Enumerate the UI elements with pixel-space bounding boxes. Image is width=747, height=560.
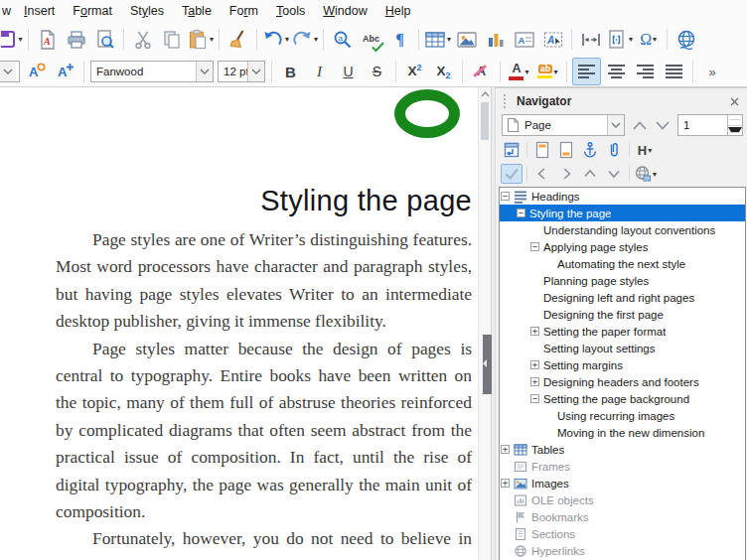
previous-page-button[interactable] <box>629 115 650 136</box>
heading-levels-button[interactable]: H▾ <box>634 140 656 160</box>
undo-button[interactable]: ▾ <box>262 27 289 53</box>
font-name-combo[interactable]: Fanwood <box>90 61 214 82</box>
dropdown-arrow-icon[interactable] <box>0 62 16 81</box>
align-left-button[interactable] <box>572 58 601 85</box>
menu-insert[interactable]: Insert <box>15 1 64 21</box>
sidebar-splitter-handle[interactable] <box>483 335 492 394</box>
scroll-up-icon[interactable] <box>479 87 491 101</box>
dropdown-arrow-icon[interactable] <box>607 115 624 135</box>
dropdown-caret-icon[interactable]: ▾ <box>553 68 557 76</box>
tree-item[interactable]: −Setting the page background <box>500 390 745 407</box>
tree-item[interactable]: +Designing headers and footers <box>500 373 745 390</box>
tree-item[interactable]: Bookmarks <box>500 508 745 525</box>
tree-item[interactable]: −Styling the page <box>500 205 745 221</box>
document-scrollbar[interactable] <box>478 87 491 560</box>
green-circle-shape[interactable] <box>394 89 460 138</box>
insert-chart-button[interactable] <box>482 27 509 53</box>
tree-item[interactable]: Hyperlinks <box>500 542 745 559</box>
dropdown-caret-icon[interactable]: ▾ <box>629 35 633 44</box>
align-right-button[interactable] <box>632 59 659 84</box>
set-reminder-button[interactable] <box>603 140 625 160</box>
expander-minus-icon[interactable]: − <box>517 209 525 217</box>
toggle-master-view-button[interactable] <box>501 140 523 160</box>
clone-formatting-button[interactable] <box>224 27 251 53</box>
tree-item[interactable]: −Headings <box>500 188 745 205</box>
expander-plus-icon[interactable]: + <box>501 445 510 454</box>
menu-form[interactable]: Form <box>221 1 267 21</box>
tree-item[interactable]: Setting layout settings <box>500 340 745 356</box>
formatting-marks-button[interactable]: ¶ <box>386 27 413 53</box>
spinner-buttons[interactable] <box>727 115 742 135</box>
superscript-button[interactable]: X2 <box>401 59 428 84</box>
paragraph-style-combo[interactable] <box>0 61 20 82</box>
tree-item[interactable]: OLE objects <box>500 491 745 508</box>
menu-w[interactable]: w <box>0 1 15 21</box>
next-page-button[interactable] <box>652 115 672 136</box>
footer-button[interactable] <box>555 140 577 160</box>
special-character-button[interactable]: Ω▾ <box>635 27 662 53</box>
tree-item[interactable]: Sections <box>500 525 745 542</box>
dropdown-arrow-icon[interactable] <box>196 62 213 81</box>
drag-mode-button[interactable]: ▾ <box>634 164 657 184</box>
print-button[interactable] <box>63 27 89 53</box>
dropdown-caret-icon[interactable]: ▾ <box>524 68 528 76</box>
tree-item[interactable]: −Applying page styles <box>500 238 745 255</box>
insert-textbox-button[interactable]: A <box>511 27 537 53</box>
tree-item[interactable]: +Setting margins <box>500 356 745 373</box>
find-replace-button[interactable]: a <box>329 27 356 53</box>
spin-down-icon[interactable] <box>728 126 742 136</box>
spin-up-icon[interactable] <box>728 115 742 126</box>
hyperlink-button[interactable] <box>672 27 699 53</box>
menu-tools[interactable]: Tools <box>267 1 314 21</box>
tree-item[interactable]: Designing the first page <box>500 306 745 323</box>
justify-button[interactable] <box>661 59 687 84</box>
copy-button[interactable] <box>158 27 185 53</box>
expander-minus-icon[interactable]: − <box>501 192 510 201</box>
strikethrough-button[interactable]: S <box>364 59 390 84</box>
paste-button[interactable]: ▾ <box>187 27 214 53</box>
expander-plus-icon[interactable]: + <box>530 360 539 369</box>
insert-pagebreak-button[interactable] <box>577 27 604 53</box>
menu-table[interactable]: Table <box>173 1 221 21</box>
insert-image-button[interactable] <box>453 27 480 53</box>
tree-item[interactable]: Planning page styles <box>500 272 745 289</box>
underline-button[interactable]: U <box>335 59 362 84</box>
previous-item-button[interactable] <box>531 164 553 184</box>
navigate-by-combo[interactable]: Page <box>502 114 625 136</box>
expander-plus-icon[interactable]: + <box>530 327 539 336</box>
overflow-button[interactable]: » <box>698 59 725 84</box>
list-box-toggle-button[interactable] <box>501 164 523 184</box>
menu-help[interactable]: Help <box>376 1 420 21</box>
expander-plus-icon[interactable]: + <box>530 377 539 386</box>
menu-format[interactable]: Format <box>64 1 121 21</box>
tree-item[interactable]: Moving in the new dimension <box>500 424 745 441</box>
promote-chapter-button[interactable] <box>579 164 601 184</box>
bold-button[interactable]: B <box>277 59 304 84</box>
menu-window[interactable]: Window <box>314 1 375 21</box>
tree-item[interactable]: Using recurring images <box>500 407 745 424</box>
tree-item[interactable]: +Setting the paper format <box>500 323 745 340</box>
new-style-button[interactable]: A <box>52 59 78 84</box>
tree-item[interactable]: Automating the next style <box>500 255 745 272</box>
cut-button[interactable] <box>129 27 156 53</box>
expander-minus-icon[interactable]: − <box>530 394 539 403</box>
subscript-button[interactable]: X2 <box>430 59 457 84</box>
dropdown-caret-icon[interactable]: ▾ <box>648 146 652 155</box>
document-area[interactable]: Styling the page Page styles are one of … <box>0 87 478 560</box>
update-style-button[interactable]: A <box>23 59 50 84</box>
dropdown-arrow-icon[interactable] <box>247 62 264 81</box>
tree-item[interactable]: Understanding layout conventions <box>500 221 745 238</box>
demote-chapter-button[interactable] <box>603 164 625 184</box>
dropdown-caret-icon[interactable]: ▾ <box>653 35 657 44</box>
expander-plus-icon[interactable]: + <box>501 479 510 488</box>
print-preview-button[interactable] <box>91 27 118 53</box>
tree-item[interactable]: +Tables <box>500 441 745 458</box>
highlight-color-button[interactable]: ab▾ <box>534 59 561 84</box>
anchor-text-button[interactable] <box>579 140 601 160</box>
export-pdf-button[interactable]: A <box>34 27 61 53</box>
header-button[interactable] <box>531 140 553 160</box>
panel-grip-icon[interactable] <box>504 94 509 108</box>
dropdown-caret-icon[interactable]: ▾ <box>18 35 22 44</box>
page-number-spinner[interactable]: 1 <box>677 114 743 136</box>
italic-button[interactable]: I <box>306 59 333 84</box>
